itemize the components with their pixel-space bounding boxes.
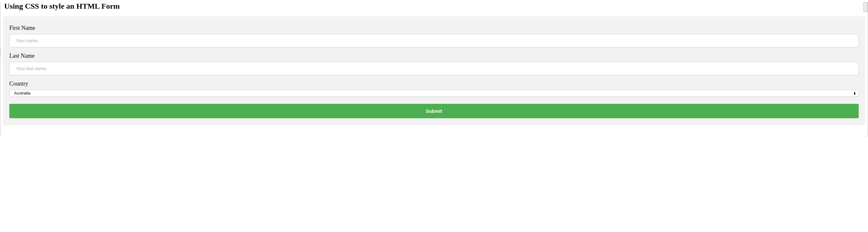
submit-button[interactable]: Submit: [9, 104, 859, 118]
page-title: Using CSS to style an HTML Form: [4, 2, 865, 10]
form-container: First Name Last Name Country Australia ▲…: [3, 16, 865, 125]
first-name-label: First Name: [9, 25, 859, 31]
scrollbar-thumb[interactable]: [863, 2, 868, 12]
first-name-input[interactable]: [9, 34, 859, 47]
country-select-wrapper: Australia ▲▼: [9, 90, 859, 97]
country-select[interactable]: Australia: [9, 90, 859, 97]
last-name-label: Last Name: [9, 52, 859, 59]
background-fragment: Text: [0, 48, 3, 57]
page-wrapper: Using CSS to style an HTML Form Text Fir…: [0, 2, 868, 137]
country-label: Country: [9, 80, 859, 87]
last-name-input[interactable]: [9, 62, 859, 75]
